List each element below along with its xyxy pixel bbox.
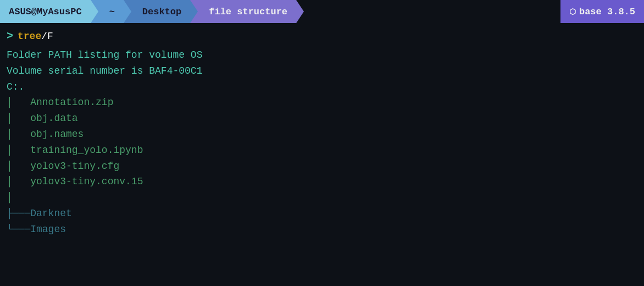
output-line: Folder PATH listing for volume OS	[7, 47, 637, 63]
output-line: │ obj.data	[7, 111, 637, 127]
segment-desktop: Desktop	[131, 0, 190, 23]
output-line: │	[7, 190, 637, 206]
desktop-label: Desktop	[142, 7, 181, 17]
prompt-arrow: >	[7, 28, 13, 45]
output-line: ├───Darknet	[7, 206, 637, 222]
filestructure-label: file structure	[209, 7, 287, 17]
tilde-label: ~	[109, 7, 115, 17]
segment-env: ⬡ base 3.8.5	[560, 0, 644, 23]
output-line: │ Annotation.zip	[7, 95, 637, 111]
command-arg: /F	[41, 29, 53, 45]
titlebar: ASUS@MyAsusPC ~ Desktop file structure ⬡…	[0, 0, 644, 23]
output-lines: Folder PATH listing for volume OSVolume …	[7, 47, 637, 238]
terminal-content: > tree /F Folder PATH listing for volume…	[0, 23, 644, 286]
env-icon: ⬡	[569, 7, 576, 16]
env-label: base 3.8.5	[579, 7, 635, 17]
output-line: └───Images	[7, 222, 637, 238]
terminal-window: ASUS@MyAsusPC ~ Desktop file structure ⬡…	[0, 0, 644, 286]
segment-filestructure: file structure	[198, 0, 296, 23]
segment-tilde: ~	[98, 0, 124, 23]
command-keyword: tree	[18, 29, 41, 45]
output-line: C:.	[7, 79, 637, 95]
output-line: │ obj.names	[7, 127, 637, 142]
user-label: ASUS@MyAsusPC	[9, 7, 82, 17]
output-line: │ yolov3-tiny.cfg	[7, 158, 637, 174]
prompt-line: > tree /F	[7, 28, 637, 45]
output-line: │ yolov3-tiny.conv.15	[7, 174, 637, 190]
output-line: Volume serial number is BAF4-00C1	[7, 63, 637, 79]
segment-user: ASUS@MyAsusPC	[0, 0, 91, 23]
output-line: │ training_yolo.ipynb	[7, 142, 637, 158]
